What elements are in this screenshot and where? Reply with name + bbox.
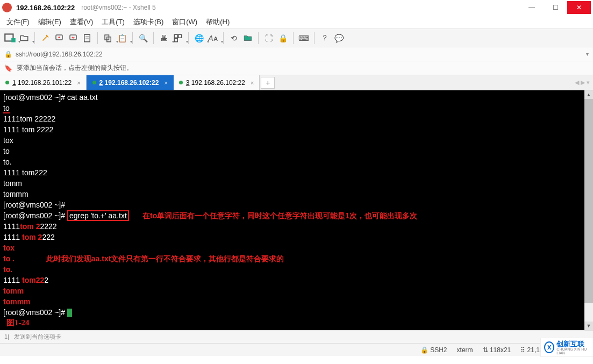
menu-help[interactable]: 帮助(H) [206, 17, 230, 27]
terminal-panel: [root@vms002 ~]# cat aa.txt to 1111tom 2… [0, 90, 593, 330]
svg-rect-11 [178, 34, 182, 38]
menu-tabs[interactable]: 选项卡(B) [133, 17, 163, 27]
layout-icon[interactable] [171, 31, 185, 45]
reconnect-icon[interactable] [66, 31, 80, 45]
app-icon [2, 3, 12, 12]
hint-text: 要添加当前会话，点击左侧的箭头按钮。 [17, 63, 133, 73]
title-bar: 192.168.26.102:22 root@vms002:~ - Xshell… [0, 0, 593, 15]
comment-icon[interactable]: 💬 [332, 31, 346, 45]
tab-add-button[interactable]: + [261, 77, 275, 89]
disconnect-icon[interactable] [52, 31, 66, 45]
session-tabs: 1 192.168.26.101:22 × 2 192.168.26.102:2… [0, 75, 593, 90]
search-icon[interactable]: 🔍 [136, 31, 150, 45]
tab-session-1[interactable]: 1 192.168.26.101:22 × [0, 75, 87, 90]
svg-point-3 [59, 37, 60, 38]
tab-close-icon[interactable]: × [251, 80, 254, 86]
status-dot-icon [179, 81, 183, 84]
bookmark-icon[interactable]: 🔖 [4, 65, 12, 72]
paste-icon[interactable]: 📋 [115, 31, 129, 45]
lock-icon[interactable]: 🔒 [276, 31, 290, 45]
window-title-sub: root@vms002:~ - Xshell 5 [81, 4, 156, 11]
scroll-up-icon[interactable]: ▲ [584, 90, 593, 99]
svg-rect-4 [70, 35, 76, 40]
print-icon[interactable]: 🖶 [157, 31, 171, 45]
tab-close-icon[interactable]: × [77, 80, 80, 86]
menu-view[interactable]: 查看(V) [70, 17, 93, 27]
send-hint: 1| 发送到当前选项卡 [4, 333, 61, 341]
cursor [67, 309, 72, 317]
maximize-button[interactable]: ☐ [544, 1, 567, 14]
watermark-logo: X 创新互联CHUANG XIN HU LIAN [540, 338, 593, 357]
status-dot-icon [5, 81, 9, 84]
svg-rect-12 [174, 38, 177, 41]
chevron-down-icon[interactable]: ▾ [586, 51, 589, 57]
status-size: ⇅ 118x21 [483, 346, 511, 354]
terminal[interactable]: [root@vms002 ~]# cat aa.txt to 1111tom 2… [0, 90, 593, 330]
hint-bar: 🔖 要添加当前会话，点击左侧的箭头按钮。 [0, 61, 593, 75]
svg-rect-1 [11, 38, 16, 42]
toolbar: 📋 🔍 🖶 🌐 Aᴀ ⟲ ⛶ 🔒 ⌨ ？ 💬 [0, 29, 593, 47]
refresh-icon[interactable]: ⟲ [227, 31, 241, 45]
window-title-host: 192.168.26.102:22 [16, 4, 75, 12]
new-session-icon[interactable] [3, 31, 17, 45]
properties-icon[interactable] [80, 31, 94, 45]
menu-tools[interactable]: 工具(T) [102, 17, 125, 27]
font-icon[interactable]: Aᴀ [206, 31, 220, 45]
minimize-button[interactable]: — [520, 1, 544, 14]
status-bar: 🔒 SSH2 xterm ⇅ 118x21 ⠿ 21,18 3 会话 ↔ + X… [0, 343, 593, 356]
lock-small-icon: 🔒 [4, 51, 12, 58]
tab-session-2[interactable]: 2 192.168.26.102:22 × [87, 75, 174, 90]
tab-session-3[interactable]: 3 192.168.26.102:22 × [174, 75, 260, 90]
connect-icon[interactable] [38, 31, 52, 45]
scroll-thumb[interactable] [584, 99, 593, 303]
xftp-icon[interactable] [241, 31, 255, 45]
status-ssh: 🔒 SSH2 [420, 346, 447, 354]
tab-nav-arrows[interactable]: ◀ ▶ ▾ [575, 75, 593, 90]
menu-bar: 文件(F) 编辑(E) 查看(V) 工具(T) 选项卡(B) 窗口(W) 帮助(… [0, 15, 593, 29]
keyboard-icon[interactable]: ⌨ [297, 31, 311, 45]
open-icon[interactable] [17, 31, 31, 45]
address-bar[interactable]: 🔒 ssh://root@192.168.26.102:22 ▾ [0, 47, 593, 61]
svg-rect-10 [174, 34, 177, 38]
status-term: xterm [457, 346, 473, 354]
scroll-down-icon[interactable]: ▼ [584, 322, 593, 330]
close-button[interactable]: ✕ [567, 1, 591, 14]
figure-label: 图1-24 [6, 318, 30, 328]
tab-close-icon[interactable]: × [164, 80, 167, 86]
help-icon[interactable]: ？ [318, 31, 332, 45]
copy-icon[interactable] [101, 31, 115, 45]
globe-icon[interactable]: 🌐 [192, 31, 206, 45]
scrollbar[interactable]: ▲ ▼ [584, 90, 593, 330]
menu-file[interactable]: 文件(F) [6, 17, 30, 27]
fullscreen-icon[interactable]: ⛶ [262, 31, 276, 45]
menu-edit[interactable]: 编辑(E) [38, 17, 61, 27]
status-dot-icon [92, 81, 96, 84]
address-text: ssh://root@192.168.26.102:22 [16, 51, 103, 58]
send-bar: 1| 发送到当前选项卡 [0, 330, 593, 343]
menu-window[interactable]: 窗口(W) [172, 17, 197, 27]
